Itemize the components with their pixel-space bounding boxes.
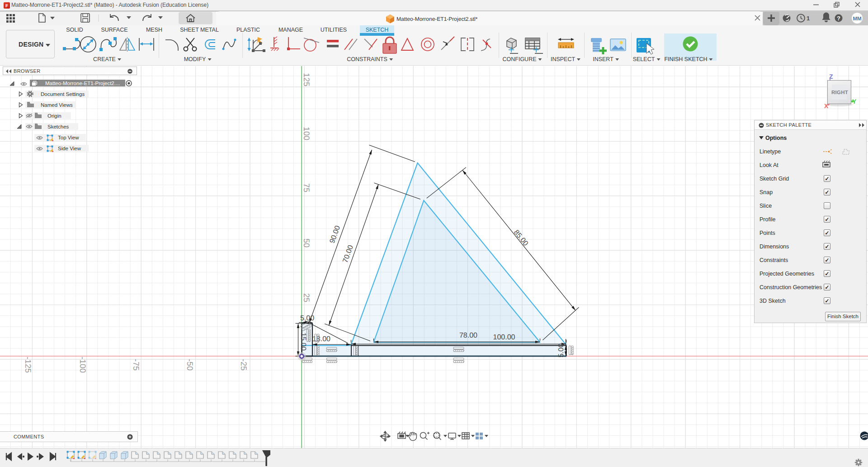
svg-text:-125: -125 [24, 357, 33, 373]
svg-text:-50: -50 [185, 359, 194, 371]
svg-text:5.00: 5.00 [557, 343, 565, 357]
svg-text:MM: MM [853, 16, 861, 22]
svg-text:90.00: 90.00 [328, 224, 342, 244]
svg-text:100: 100 [302, 127, 311, 140]
svg-text:85.00: 85.00 [512, 229, 529, 248]
svg-text:?: ? [837, 15, 840, 22]
svg-text:15.00: 15.00 [299, 333, 307, 351]
svg-text:70.00: 70.00 [342, 244, 355, 264]
svg-text:F: F [5, 4, 8, 9]
svg-text:Matteo-Morrone-ET1-Project2.st: Matteo-Morrone-ET1-Project2.stl* [396, 16, 478, 22]
svg-text:-25: -25 [239, 359, 248, 371]
svg-text:78.00: 78.00 [459, 332, 477, 339]
svg-text:125: 125 [302, 73, 311, 86]
svg-text:-75: -75 [132, 359, 141, 371]
svg-text:25: 25 [302, 293, 311, 302]
svg-text:100.00: 100.00 [493, 334, 515, 341]
svg-text:Z: Z [829, 73, 833, 80]
svg-text:75: 75 [302, 183, 311, 192]
svg-text:50: 50 [302, 238, 311, 248]
svg-text:5.00: 5.00 [300, 315, 314, 322]
svg-text:1: 1 [807, 15, 810, 22]
svg-text:-100: -100 [78, 357, 87, 373]
